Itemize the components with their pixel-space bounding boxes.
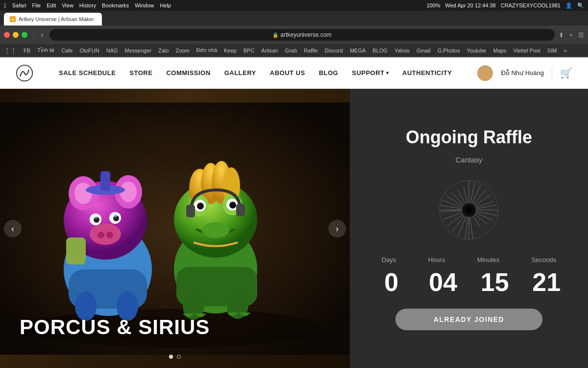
user-name: Đỗ Như Hoàng [501,69,544,77]
raffle-panel: Ongoing Raffle Cantasy [350,89,588,368]
bookmark-yahoo[interactable]: Yahoo [394,48,410,53]
nav-authenticity[interactable]: AUTHENTICITY [402,69,452,77]
bookmark-more[interactable]: » [564,48,566,53]
share-icon[interactable]: ⬆ [559,31,564,39]
site-logo[interactable] [16,64,33,82]
chevron-down-icon: ▾ [386,70,389,76]
bookmark-bpc[interactable]: BPC [244,48,255,53]
sidebar-icon[interactable]: ☰ [578,31,584,39]
bookmark-fb[interactable]: FB [24,48,30,53]
address-bar[interactable]: 🔒 artkeyuniverse.com [49,29,555,41]
bookmark-zoom[interactable]: Zoom [175,48,189,53]
mac-history: History [79,2,96,8]
mac-file: File [32,2,41,8]
svg-point-37 [197,203,204,210]
bookmark-raffle[interactable]: Raffle [304,48,318,53]
svg-point-14 [106,232,113,238]
carousel-next-button[interactable]: › [328,220,346,237]
countdown-labels: Days Hours Minutes Seconds [366,256,572,263]
bookmark-tinhtế[interactable]: Tỉnh tế [37,47,54,53]
bookmark-messenger[interactable]: Messenger [125,48,151,53]
browser-toolbar: ‹ › 🔒 artkeyuniverse.com ⬆ ＋ ☰ [0,26,588,44]
bookmark-mega[interactable]: MEGA [350,48,366,53]
browser-tab[interactable]: A Artkey Universe | Artisan Maker [4,13,102,26]
days-value: 0 [372,267,411,297]
close-button[interactable] [4,32,10,38]
bookmark-viettel[interactable]: Viettel Post [513,48,540,53]
svg-point-39 [202,222,229,238]
svg-point-13 [98,232,104,238]
svg-point-10 [74,183,92,204]
bookmark-discord[interactable]: Discord [325,48,343,53]
bookmark-gphotos[interactable]: G.Photos [438,48,460,53]
browser-chrome: A Artkey Universe | Artisan Maker ‹ › 🔒 … [0,11,588,57]
bookmark-donnha[interactable]: Đơn nhà [196,47,217,53]
bookmark-gmail[interactable]: Gmail [416,48,431,53]
bookmark-youtube[interactable]: Youtube [466,48,486,53]
url-text: artkeyuniverse.com [280,31,331,38]
tab-favicon: A [10,16,16,22]
nav-divider [552,66,552,80]
svg-point-38 [229,202,236,209]
nav-sale-schedule[interactable]: SALE SCHEDULE [59,69,116,77]
traffic-lights [4,32,27,38]
bookmark-maps[interactable]: Maps [493,48,506,53]
bookmark-nag[interactable]: NAG [106,48,118,53]
svg-rect-40 [186,205,195,217]
svg-rect-41 [236,204,245,216]
hero-image: PORCUS & SIRIUS ‹ › [0,89,350,368]
bookmarks-grid-icon[interactable]: ⋮⋮ [4,47,17,54]
hero-title: PORCUS & SIRIUS [20,315,210,339]
raffle-subtitle: Cantasy [455,156,482,164]
browser-actions: ⬆ ＋ ☰ [559,30,584,39]
minimize-button[interactable] [13,32,19,38]
bookmark-grab[interactable]: Grab [285,48,297,53]
bookmark-blog[interactable]: BLOG [372,48,388,53]
seconds-label: Seconds [532,256,557,263]
cart-icon[interactable]: 🛒 [560,67,572,79]
hours-value: 04 [423,267,463,297]
svg-point-12 [90,223,121,245]
raffle-title: Ongoing Raffle [406,127,532,148]
hours-label: Hours [428,256,445,263]
bookmark-cafe[interactable]: Cafe [61,48,73,53]
raffle-spiral-svg [437,178,501,242]
website: SALE SCHEDULE STORE COMMISSION GALLERY A… [0,57,588,368]
mac-user: CRAZYSEXYCOOL1981 [501,2,561,8]
raffle-visual [435,176,503,244]
minutes-label: Minutes [477,256,500,263]
back-button[interactable]: ‹ [31,31,38,39]
new-tab-icon[interactable]: ＋ [568,30,574,39]
carousel-dot-2[interactable] [177,355,181,359]
nav-store[interactable]: STORE [129,69,152,77]
bookmark-artisan[interactable]: Artisan [261,48,278,53]
nav-about-us[interactable]: ABOUT US [270,69,305,77]
bookmark-otofun[interactable]: OtoFUN [79,48,99,53]
seconds-value: 21 [527,267,566,297]
nav-blog[interactable]: BLOG [319,69,339,77]
svg-point-74 [466,207,472,213]
countdown-section: Days Hours Minutes Seconds 0 04 15 21 [366,256,572,297]
minutes-value: 15 [475,267,514,297]
mac-bar-left:  Safari File Edit View History Bookmark… [4,2,171,9]
mac-bar:  Safari File Edit View History Bookmark… [0,0,588,11]
tab-title: Artkey Universe | Artisan Maker [19,16,94,22]
days-label: Days [382,256,396,263]
nav-commission[interactable]: COMMISSION [166,69,210,77]
carousel-prev-button[interactable]: ‹ [4,220,22,237]
bookmark-zalo[interactable]: Zalo [158,48,169,53]
hero-section: PORCUS & SIRIUS ‹ › Ongoing Raffle Canta… [0,89,588,368]
mac-user-icon: 👤 [565,2,572,9]
mac-safari: Safari [12,2,26,8]
carousel-dot-1[interactable] [169,355,173,359]
join-raffle-button[interactable]: ALREADY JOINED [395,309,542,330]
fullscreen-button[interactable] [22,32,27,38]
nav-support[interactable]: SUPPORT ▾ [352,69,389,77]
nav-right: Đỗ Như Hoàng 🛒 [477,65,572,81]
nav-arrows: ‹ › [31,31,46,39]
nav-gallery[interactable]: GALLERY [224,69,256,77]
apple-icon:  [4,2,6,9]
forward-button[interactable]: › [39,31,45,39]
bookmark-keep[interactable]: Keep [224,48,237,53]
bookmark-sim[interactable]: SIM [547,48,557,53]
